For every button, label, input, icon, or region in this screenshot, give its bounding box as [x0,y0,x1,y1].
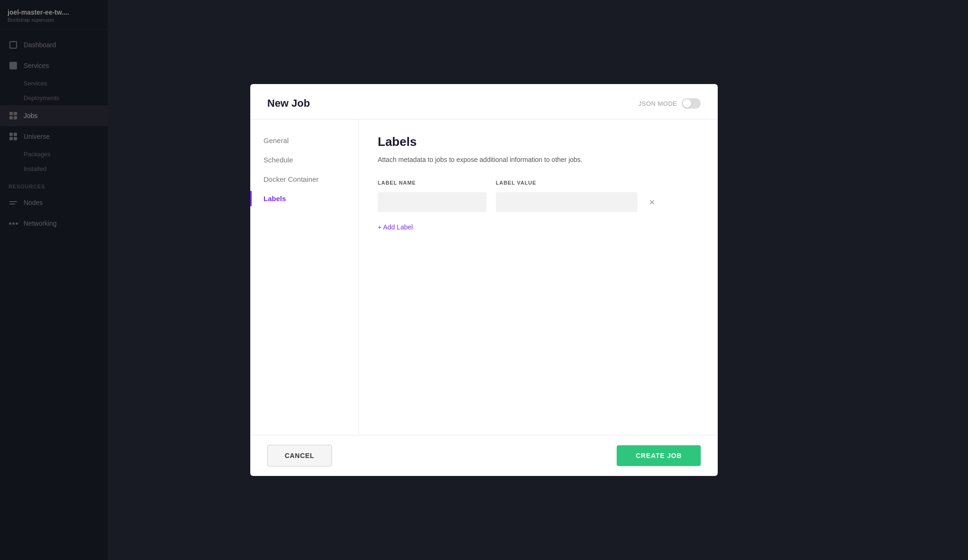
modal-nav: General Schedule Docker Container Labels [250,119,359,435]
label-value-header: LABEL VALUE [496,180,637,186]
modal-title: New Job [267,97,310,110]
cancel-button[interactable]: CANCEL [267,445,332,467]
label-name-input[interactable] [378,192,486,212]
nav-item-labels[interactable]: Labels [250,189,358,208]
modal-overlay: New Job JSON MODE General Schedule Docke… [0,0,968,560]
label-value-input[interactable] [496,192,637,212]
modal-content: Labels Attach metadata to jobs to expose… [359,119,718,435]
content-title: Labels [378,135,699,149]
json-mode-container: JSON MODE [638,98,701,109]
create-job-button[interactable]: CREATE JOB [617,445,701,466]
json-mode-toggle[interactable] [682,98,701,109]
nav-item-general[interactable]: General [250,131,358,150]
modal-footer: CANCEL CREATE JOB [250,435,718,476]
modal: New Job JSON MODE General Schedule Docke… [250,84,718,476]
nav-item-schedule[interactable]: Schedule [250,150,358,170]
add-label-link[interactable]: + Add Label [378,223,413,231]
modal-body: General Schedule Docker Container Labels… [250,119,718,435]
label-row: ✕ [378,192,699,212]
nav-item-docker[interactable]: Docker Container [250,170,358,189]
remove-label-button[interactable]: ✕ [645,195,658,209]
content-description: Attach metadata to jobs to expose additi… [378,155,699,165]
label-name-header: LABEL NAME [378,180,486,186]
modal-header: New Job JSON MODE [250,84,718,119]
json-mode-label: JSON MODE [638,100,677,107]
